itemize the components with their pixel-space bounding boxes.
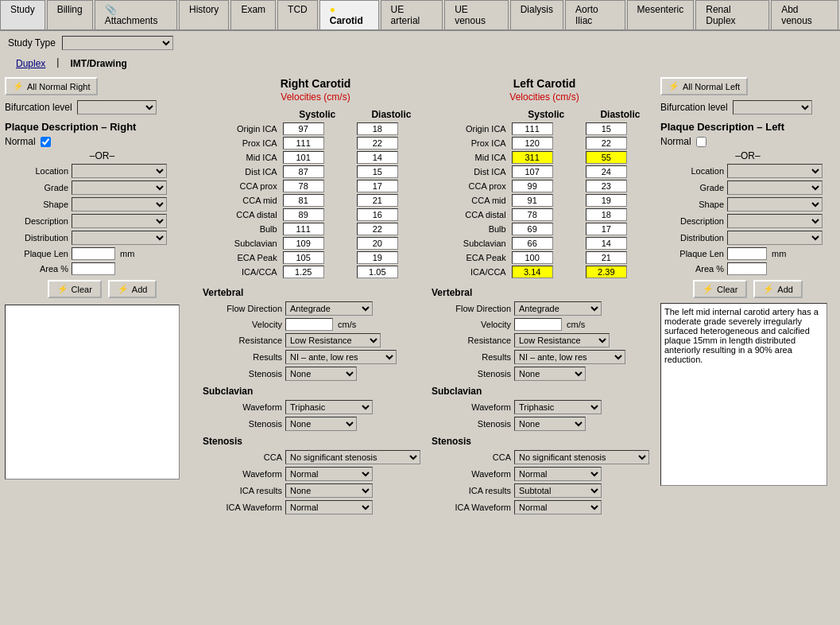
- bifurcation-left-select[interactable]: [733, 100, 812, 115]
- right-waveform-select[interactable]: Triphasic: [285, 400, 373, 414]
- shape-left-select[interactable]: [727, 197, 823, 212]
- right-stenosis-waveform-select[interactable]: Normal: [285, 467, 373, 481]
- tab-dialysis[interactable]: Dialysis: [510, 0, 563, 29]
- normal-left-checkbox[interactable]: [696, 137, 706, 147]
- left-systolic-2[interactable]: [512, 151, 553, 164]
- left-diastolic-4[interactable]: [586, 180, 627, 192]
- left-systolic-7[interactable]: [512, 223, 553, 235]
- right-systolic-6[interactable]: [283, 208, 324, 221]
- grade-right-select[interactable]: [72, 181, 167, 195]
- left-diastolic-9[interactable]: [586, 251, 627, 264]
- area-right-input[interactable]: [72, 262, 115, 275]
- normal-right-checkbox[interactable]: [41, 137, 51, 147]
- left-stenosis-waveform-select[interactable]: Normal: [514, 467, 602, 481]
- tab-abd-venous[interactable]: Abd venous: [771, 0, 838, 29]
- right-systolic-4[interactable]: [283, 180, 324, 192]
- left-diastolic-7[interactable]: [586, 223, 627, 235]
- location-right-select[interactable]: [72, 164, 167, 178]
- right-systolic-3[interactable]: [283, 165, 324, 178]
- left-velocity-input[interactable]: [514, 318, 562, 331]
- right-diastolic-1[interactable]: [357, 137, 398, 149]
- tab-attachments[interactable]: 📎 Attachments: [95, 0, 177, 29]
- left-systolic-10[interactable]: [512, 266, 553, 278]
- description-left-select[interactable]: [727, 214, 823, 228]
- right-diastolic-4[interactable]: [357, 180, 398, 192]
- left-diastolic-0[interactable]: [586, 122, 627, 135]
- left-systolic-5[interactable]: [512, 194, 553, 207]
- left-subclavian-stenosis-select[interactable]: None: [514, 417, 586, 431]
- right-systolic-5[interactable]: [283, 194, 324, 207]
- location-left-select[interactable]: [727, 164, 823, 178]
- tab-carotid[interactable]: ● Carotid: [319, 0, 379, 29]
- all-normal-left-button[interactable]: ⚡ All Normal Left: [660, 77, 748, 95]
- right-diastolic-9[interactable]: [357, 251, 398, 264]
- right-ica-waveform-select[interactable]: Normal: [285, 500, 373, 514]
- shape-right-select[interactable]: [72, 197, 167, 212]
- left-diastolic-5[interactable]: [586, 194, 627, 207]
- left-systolic-4[interactable]: [512, 180, 553, 192]
- clear-left-button[interactable]: ⚡ Clear: [693, 280, 747, 298]
- left-flow-direction-select[interactable]: Antegrade: [514, 301, 602, 316]
- add-right-button[interactable]: ⚡ Add: [108, 280, 157, 298]
- study-type-select[interactable]: [62, 36, 173, 50]
- left-systolic-3[interactable]: [512, 165, 553, 178]
- tab-tcd[interactable]: TCD: [277, 0, 318, 29]
- right-velocity-input[interactable]: [285, 318, 333, 331]
- left-ica-waveform-select[interactable]: Normal: [514, 500, 602, 514]
- right-diastolic-6[interactable]: [357, 208, 398, 221]
- all-normal-right-button[interactable]: ⚡ All Normal Right: [5, 77, 98, 95]
- right-diastolic-2[interactable]: [357, 151, 398, 164]
- tab-study[interactable]: Study: [0, 0, 45, 29]
- plaque-len-left-input[interactable]: [727, 247, 767, 260]
- right-systolic-10[interactable]: [283, 266, 324, 278]
- right-systolic-0[interactable]: [283, 122, 324, 135]
- right-systolic-2[interactable]: [283, 151, 324, 164]
- clear-right-button[interactable]: ⚡ Clear: [48, 280, 102, 298]
- left-resistance-select[interactable]: Low Resistance: [514, 333, 610, 347]
- tab-ue-venous[interactable]: UE venous: [444, 0, 509, 29]
- left-ica-results-select[interactable]: Subtotal: [514, 483, 602, 498]
- right-systolic-8[interactable]: [283, 237, 324, 250]
- right-systolic-7[interactable]: [283, 223, 324, 235]
- left-diastolic-1[interactable]: [586, 137, 627, 149]
- right-systolic-1[interactable]: [283, 137, 324, 149]
- left-systolic-9[interactable]: [512, 251, 553, 264]
- tab-renal-duplex[interactable]: Renal Duplex: [695, 0, 769, 29]
- add-left-button[interactable]: ⚡ Add: [753, 280, 803, 298]
- description-right-select[interactable]: [72, 214, 167, 228]
- left-diastolic-8[interactable]: [586, 237, 627, 250]
- left-systolic-1[interactable]: [512, 137, 553, 149]
- left-systolic-8[interactable]: [512, 237, 553, 250]
- bifurcation-right-select[interactable]: [77, 100, 157, 115]
- left-systolic-0[interactable]: [512, 122, 553, 135]
- right-diastolic-8[interactable]: [357, 237, 398, 250]
- right-subclavian-stenosis-select[interactable]: None: [285, 417, 357, 431]
- left-cca-select[interactable]: No significant stenosis: [514, 450, 649, 464]
- distribution-left-select[interactable]: [727, 231, 823, 245]
- distribution-right-select[interactable]: [72, 231, 167, 245]
- grade-left-select[interactable]: [727, 181, 823, 195]
- area-left-input[interactable]: [727, 262, 767, 275]
- right-diastolic-0[interactable]: [357, 122, 398, 135]
- right-diastolic-10[interactable]: [357, 266, 398, 278]
- plaque-len-right-input[interactable]: [72, 247, 115, 260]
- tab-billing[interactable]: Billing: [47, 0, 93, 29]
- tab-ue-arterial[interactable]: UE arterial: [381, 0, 443, 29]
- tab-history[interactable]: History: [179, 0, 229, 29]
- right-resistance-select[interactable]: Low Resistance: [285, 333, 381, 347]
- right-systolic-9[interactable]: [283, 251, 324, 264]
- right-stenosis-vertebral-select[interactable]: None: [285, 367, 357, 381]
- sub-tab-imt-drawing[interactable]: IMT/Drawing: [62, 56, 134, 71]
- right-results-select[interactable]: NI – ante, low res: [285, 350, 397, 364]
- right-ica-results-select[interactable]: None: [285, 483, 373, 498]
- left-systolic-6[interactable]: [512, 208, 553, 221]
- right-cca-select[interactable]: No significant stenosis: [285, 450, 420, 464]
- tab-exam[interactable]: Exam: [230, 0, 276, 29]
- left-diastolic-3[interactable]: [586, 165, 627, 178]
- right-flow-direction-select[interactable]: Antegrade: [285, 301, 373, 316]
- sub-tab-duplex[interactable]: Duplex: [8, 56, 53, 71]
- tab-mesenteric[interactable]: Mesenteric: [627, 0, 695, 29]
- left-diastolic-10[interactable]: [586, 266, 627, 278]
- left-stenosis-vertebral-select[interactable]: None: [514, 367, 586, 381]
- right-diastolic-7[interactable]: [357, 223, 398, 235]
